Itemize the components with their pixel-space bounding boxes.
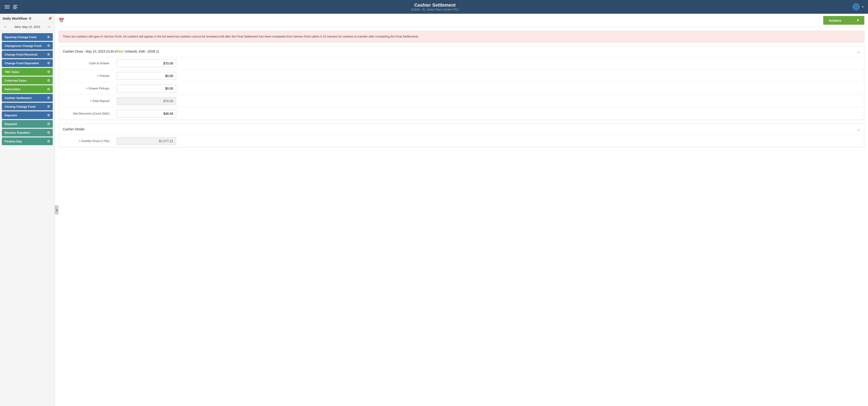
content-toolbar: 📅 Actions ▾ — [55, 14, 868, 27]
sidebar-item-gear-3[interactable]: ⚙ — [47, 61, 50, 65]
current-date: Wed, May 10, 2023 — [14, 25, 40, 29]
sidebar-header: Daily Workflow ⚙ 📌 — [0, 14, 55, 22]
sidebar-item-label-6: Paid In/Out — [5, 88, 20, 91]
sidebar-item-label-10: Dispatch — [5, 122, 17, 126]
sidebar-title: Daily Workflow ⚙ — [3, 17, 32, 20]
sidebar-item-label-5: Collected Sales — [5, 79, 27, 82]
main-layout: Daily Workflow ⚙ 📌 ← Wed, May 10, 2023 →… — [0, 14, 868, 406]
calendar-button[interactable]: 📅 — [59, 18, 64, 23]
sidebar-item-gear-12[interactable]: ⚙ — [47, 140, 50, 143]
sidebar-item-cashier-settlement[interactable]: Cashier Settlement⚙ — [2, 94, 53, 102]
cashier-close-title: Cashier Close - May 10, 2023 10:40:47am:… — [63, 50, 159, 53]
sidebar-collapse-handle[interactable]: ◀ — [55, 205, 59, 214]
header-left — [5, 5, 18, 9]
sidebar-item-gear-6[interactable]: ⚙ — [47, 87, 50, 91]
cashier-gross-row: = Cashier Gross (+Tax) — [59, 135, 864, 147]
sidebar-item-finalize-day[interactable]: Finalize Day⚙ — [2, 137, 53, 145]
cash-in-drawer-row: Cash in Drawer — [59, 57, 864, 70]
actions-button[interactable]: Actions ▾ — [823, 16, 864, 25]
cashier-close-card: Cashier Close - May 10, 2023 10:40:47am:… — [59, 46, 864, 120]
sidebar-item-gear-2[interactable]: ⚙ — [47, 53, 50, 56]
sidebar-item-gear-8[interactable]: ⚙ — [47, 105, 50, 108]
date-navigation: ← Wed, May 10, 2023 → — [0, 22, 55, 31]
sidebar-item-gear-1[interactable]: ⚙ — [47, 44, 50, 48]
sidebar-settings-icon[interactable]: ⚙ — [29, 17, 32, 20]
sidebar-item-tbc-sales[interactable]: TBC Sales⚙ — [2, 68, 53, 76]
sidebar-item-gear-4[interactable]: ⚙ — [47, 70, 50, 74]
cashier-gross-label: = Cashier Gross (+Tax) — [63, 139, 113, 143]
cashier-details-chevron: ⌄ — [857, 127, 860, 132]
sidebar-item-dispatch[interactable]: Dispatch⚙ — [2, 120, 53, 128]
sidebar-item-gear-0[interactable]: ⚙ — [47, 35, 50, 39]
list-icon[interactable] — [13, 5, 18, 9]
page-title: Cashier Settlement — [411, 2, 459, 8]
sidebar-item-gear-5[interactable]: ⚙ — [47, 79, 50, 82]
net-discounts-label: Net Discounts (Count D&G) — [63, 112, 113, 115]
sidebar-item-collected-sales[interactable]: Collected Sales⚙ — [2, 77, 53, 84]
sidebar-item-paid-in/out[interactable]: Paid In/Out⚙ — [2, 85, 53, 93]
total-deposit-input — [117, 97, 176, 105]
header-center: Cashier Settlement 01640 - St. Johns Tow… — [411, 2, 459, 11]
sidebar-item-label-7: Cashier Settlement — [5, 96, 32, 100]
sidebar-item-label-8: Closing Change Fund — [5, 105, 35, 108]
cash-in-drawer-label: Cash in Drawer — [63, 61, 113, 65]
sidebar-item-label-2: Change Fund Received — [5, 53, 37, 56]
sidebar-item-change-fund-received[interactable]: Change Fund Received⚙ — [2, 51, 53, 58]
page-subtitle: 01640 - St. Johns Town Center FSU — [411, 8, 459, 11]
sidebar-item-label-1: Changeover Change Fund — [5, 44, 41, 48]
sidebar-item-change-fund-deposited[interactable]: Change Fund Deposited⚙ — [2, 59, 53, 67]
prev-date-button[interactable]: ← — [2, 24, 9, 29]
net-discounts-input[interactable] — [117, 110, 176, 117]
cashier-details-card-header[interactable]: Cashier Details ⌄ — [59, 124, 864, 135]
user-chevron: ▾ — [862, 5, 863, 8]
content-area: ◀ 📅 Actions ▾ There are cashiers still o… — [55, 14, 868, 406]
actions-chevron-icon: ▾ — [857, 18, 859, 22]
cashier-gross-input — [117, 137, 176, 145]
sidebar-item-changeover-change-fund[interactable]: Changeover Change Fund⚙ — [2, 42, 53, 50]
user-avatar[interactable]: 👤 — [852, 3, 860, 10]
sidebar-item-label-4: TBC Sales — [5, 70, 19, 74]
sidebar-item-label-9: Deposits — [5, 114, 17, 117]
actions-label: Actions — [829, 19, 841, 22]
sidebar-item-label-3: Change Fund Deposited — [5, 61, 39, 65]
cashier-close-card-header[interactable]: Cashier Close - May 10, 2023 10:40:47am:… — [59, 46, 864, 57]
total-deposit-row: = Total Deposit — [59, 95, 864, 108]
sidebar-pin-icon[interactable]: 📌 — [48, 17, 52, 20]
sidebar-item-receive-transfers[interactable]: Receive Transfers⚙ — [2, 129, 53, 137]
cashier-close-chevron: ⌄ — [857, 49, 860, 54]
net-discounts-row: Net Discounts (Count D&G) — [59, 108, 864, 120]
sidebar-item-deposits[interactable]: Deposits⚙ — [2, 111, 53, 119]
sidebar-item-closing-change-fund[interactable]: Closing Change Fund⚙ — [2, 103, 53, 110]
sidebar-items-list: Opening Change Fund⚙Changeover Change Fu… — [0, 31, 55, 147]
sidebar-item-gear-9[interactable]: ⚙ — [47, 113, 50, 117]
sidebar-item-label-0: Opening Change Fund — [5, 35, 36, 39]
hamburger-icon[interactable] — [5, 5, 9, 8]
sidebar-item-gear-11[interactable]: ⚙ — [47, 131, 50, 135]
sidebar-item-gear-7[interactable]: ⚙ — [47, 96, 50, 100]
sidebar-item-opening-change-fund[interactable]: Opening Change Fund⚙ — [2, 33, 53, 41]
checks-label: + Checks — [63, 74, 113, 78]
drawer-pickups-input[interactable] — [117, 85, 176, 92]
header-right: 👤 ▾ — [852, 3, 863, 10]
cash-in-drawer-input[interactable] — [117, 59, 176, 67]
sidebar-item-label-11: Receive Transfers — [5, 131, 30, 135]
checks-row: + Checks — [59, 70, 864, 82]
next-date-button[interactable]: → — [46, 24, 52, 29]
sidebar-item-gear-10[interactable]: ⚙ — [47, 122, 50, 126]
total-deposit-label: = Total Deposit — [63, 99, 113, 103]
checks-input[interactable] — [117, 72, 176, 80]
sidebar: Daily Workflow ⚙ 📌 ← Wed, May 10, 2023 →… — [0, 14, 55, 406]
sidebar-item-label-12: Finalize Day — [5, 140, 22, 143]
cashier-details-card: Cashier Details ⌄ = Cashier Gross (+Tax) — [59, 124, 864, 147]
drawer-pickups-label: + Drawer Pickups — [63, 87, 113, 90]
warning-message: There are cashiers still open in Service… — [59, 31, 864, 42]
top-header: Cashier Settlement 01640 - St. Johns Tow… — [0, 0, 868, 14]
cashier-details-title: Cashier Details — [63, 127, 85, 131]
drawer-pickups-row: + Drawer Pickups — [59, 82, 864, 95]
